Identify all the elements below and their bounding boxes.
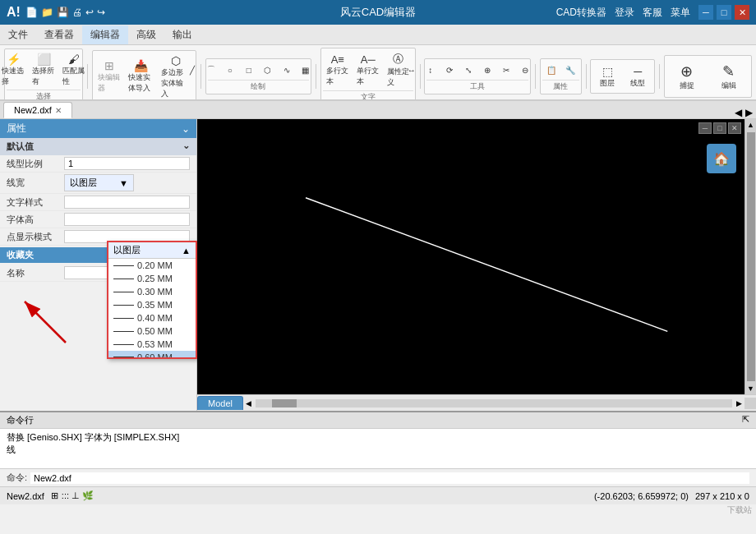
linetype-scale-input[interactable] <box>64 157 190 170</box>
vscroll-down[interactable]: ▼ <box>745 383 756 394</box>
hscroll-left[interactable]: ◀ <box>243 399 254 407</box>
command-log-line1: 替换 [Geniso.SHX] 字体为 [SIMPLEX.SHX] <box>7 431 749 444</box>
match-prop-btn[interactable]: 🖌匹配属性 <box>59 51 89 89</box>
tool7[interactable]: ⊖ <box>516 61 534 79</box>
hscroll-track[interactable] <box>256 399 732 407</box>
menu-file[interactable]: 文件 <box>0 25 36 44</box>
open-icon[interactable]: 📁 <box>41 7 53 18</box>
new-icon[interactable]: 📄 <box>25 7 38 18</box>
canvas-restore[interactable]: □ <box>713 122 726 134</box>
minimize-btn[interactable]: ─ <box>698 5 713 20</box>
app-icon: A! <box>7 5 21 20</box>
prop-section-title[interactable]: 默认值 ⌄ <box>0 138 196 155</box>
menu-advanced[interactable]: 高级 <box>128 25 164 44</box>
tool2[interactable]: ↕ <box>422 61 440 79</box>
model-tab[interactable]: Model <box>197 396 243 410</box>
textstyle-input[interactable] <box>64 196 190 209</box>
panel-chevron: ⌄ <box>182 123 190 135</box>
maximize-btn[interactable]: □ <box>717 5 731 20</box>
snap-btn[interactable]: ⊕捕捉 <box>666 58 708 95</box>
dd-list: 0.20 MM 0.25 MM 0.30 MM 0.35 MM 0.40 MM … <box>108 259 196 357</box>
cad-converter-btn[interactable]: CAD转换器 <box>556 6 606 20</box>
dd-item-1[interactable]: 0.25 MM <box>108 272 196 285</box>
tool6[interactable]: ✂ <box>497 61 515 79</box>
tool4[interactable]: ⤡ <box>459 61 477 79</box>
tab-scroll-left[interactable]: ◀ <box>735 107 742 118</box>
menu-btn[interactable]: 菜单 <box>671 6 690 20</box>
fontheight-input[interactable] <box>64 213 190 226</box>
status-dimensions: 297 x 210 x 0 <box>695 491 749 501</box>
command-area: 命令行 ⇱ 替换 [Geniso.SHX] 字体为 [SIMPLEX.SHX] … <box>0 411 756 468</box>
hatch-tool[interactable]: ▦ <box>297 61 315 79</box>
circle-tool[interactable]: ○ <box>221 61 239 79</box>
login-btn[interactable]: 登录 <box>615 6 634 20</box>
undo-icon[interactable]: ↩ <box>85 7 94 18</box>
poly-tool[interactable]: ⬡ <box>259 61 277 79</box>
menu-editor[interactable]: 编辑器 <box>82 25 128 44</box>
redo-icon[interactable]: ↪ <box>97 7 105 18</box>
snap-grid-icon[interactable]: ⊞ <box>51 490 58 501</box>
dd-item-3[interactable]: 0.35 MM <box>108 298 196 311</box>
vscroll-up[interactable]: ▲ <box>745 119 756 131</box>
linewidth-dropdown[interactable]: 以图层 ▼ <box>64 174 134 191</box>
menu-viewer[interactable]: 查看器 <box>36 25 82 44</box>
arc-tool[interactable]: ⌒ <box>202 61 220 79</box>
hscroll-right[interactable]: ▶ <box>734 399 744 407</box>
linewidth-dropdown-menu[interactable]: 以图层 ▲ 0.20 MM 0.25 MM 0.30 MM 0.35 MM 0.… <box>107 241 197 359</box>
tool1[interactable]: ↔ <box>403 61 421 79</box>
linewidth-value: 以图层 <box>70 177 97 189</box>
statusbar-left: New2.dxf ⊞ ::: ⊥ 🌿 <box>7 490 94 501</box>
vscroll-thumb[interactable] <box>747 132 755 381</box>
tool3[interactable]: ⟳ <box>440 61 459 79</box>
dd-item-7[interactable]: 0.60 MM <box>108 351 196 357</box>
prop-fontheight: 字体高 <box>0 211 196 228</box>
quick-select-btn[interactable]: ⚡快速选择 <box>0 51 28 89</box>
dd-header[interactable]: 以图层 ▲ <box>108 242 196 259</box>
canvas-vscrollbar[interactable]: ▲ ▼ <box>744 119 756 394</box>
layer-btn[interactable]: ⬚图层 <box>592 62 622 91</box>
linetype-btn[interactable]: ─线型 <box>623 62 652 91</box>
print-icon[interactable]: 🖨 <box>72 7 82 18</box>
edit-btn[interactable]: ✎编辑 <box>708 58 749 95</box>
line-tool[interactable]: ╱ <box>183 61 201 79</box>
tab-new2dxf[interactable]: New2.dxf ✕ <box>3 102 72 118</box>
command-input[interactable] <box>30 472 749 484</box>
stext-btn[interactable]: A─单行文本 <box>353 52 383 89</box>
dd-item-4[interactable]: 0.40 MM <box>108 311 196 325</box>
hscroll-thumb[interactable] <box>272 399 297 407</box>
canvas-bottom-bar: Model ◀ ▶ <box>197 394 756 411</box>
prop-linewidth: 线宽 以图层 ▼ <box>0 173 196 194</box>
block-editor-btn[interactable]: ⊞块编辑器 <box>94 58 124 95</box>
sep1 <box>87 64 88 89</box>
tab-scroll-right[interactable]: ▶ <box>745 107 753 118</box>
canvas-close[interactable]: ✕ <box>728 122 741 134</box>
command-header-icon: ⇱ <box>742 414 749 426</box>
prop2[interactable]: 🔧 <box>561 61 579 79</box>
canvas-inner: ─ □ ✕ 🏠 ▲ ▼ <box>197 119 756 394</box>
snap-status: ⊞ ::: ⊥ 🌿 <box>51 490 94 501</box>
close-btn[interactable]: ✕ <box>735 5 749 20</box>
select-all-btn[interactable]: ⬜选择所有 <box>29 51 58 89</box>
support-btn[interactable]: 客服 <box>643 6 662 20</box>
dd-item-5[interactable]: 0.50 MM <box>108 325 196 338</box>
tab-close-icon[interactable]: ✕ <box>55 106 62 115</box>
mtext-btn[interactable]: A≡多行文本 <box>323 52 353 89</box>
snap-labels: ::: ⊥ 🌿 <box>62 490 94 501</box>
dd-item-2[interactable]: 0.30 MM <box>108 285 196 298</box>
dd-item-6[interactable]: 0.53 MM <box>108 338 196 351</box>
dd-item-0[interactable]: 0.20 MM <box>108 259 196 272</box>
tool5[interactable]: ⊕ <box>478 61 496 79</box>
canvas-minimize[interactable]: ─ <box>698 122 712 134</box>
menu-output[interactable]: 输出 <box>164 25 201 44</box>
rect-tool[interactable]: □ <box>240 61 258 79</box>
save-icon[interactable]: 💾 <box>57 7 69 18</box>
cad-canvas-area[interactable]: ─ □ ✕ 🏠 <box>197 119 744 394</box>
status-coords: (-20.6203; 6.659972; 0) <box>594 491 689 501</box>
home-button[interactable]: 🏠 <box>707 144 736 173</box>
command-prompt: 命令: <box>7 472 27 484</box>
draw-group: ╱ ⌒ ○ □ ⬡ ∿ ▦ ⊞ 绘制 <box>205 58 312 94</box>
prop1[interactable]: 📋 <box>542 61 560 79</box>
quick-import-btn[interactable]: 📥快速实体导入 <box>125 58 157 95</box>
spline-tool[interactable]: ∿ <box>278 61 296 79</box>
props-group-label: 属性 <box>542 80 579 92</box>
